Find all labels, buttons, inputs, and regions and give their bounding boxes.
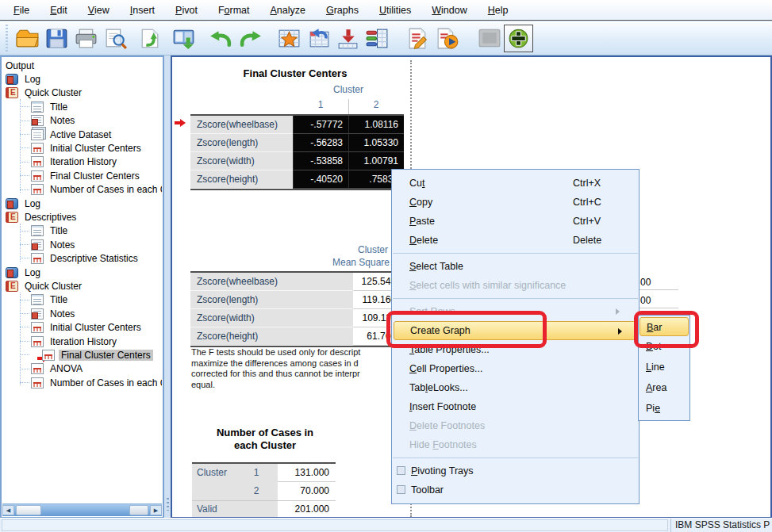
row-label[interactable]: Zscore(wheelbase) bbox=[190, 116, 293, 134]
checkbox-icon[interactable] bbox=[397, 485, 405, 494]
tree-item-number-of-cases-in-each-c[interactable]: Number of Cases in each C bbox=[2, 376, 162, 389]
selected-data-cell[interactable]: 1.08116 bbox=[348, 116, 404, 134]
scrollbar-thumb[interactable] bbox=[16, 505, 41, 515]
context-menu-item-create-graph[interactable]: Create Graph bbox=[394, 321, 637, 340]
submenu-item-area[interactable]: Area bbox=[639, 377, 689, 398]
row-sub-label[interactable]: 2 bbox=[230, 482, 278, 500]
column-header-2[interactable]: 2 bbox=[348, 99, 404, 110]
column-group-header[interactable]: Cluster bbox=[293, 84, 404, 95]
tree-item-log[interactable]: Log bbox=[2, 266, 162, 279]
context-menu-item-sort-rows[interactable]: Sort Rows bbox=[392, 302, 639, 321]
submenu-item-pie[interactable]: Pie bbox=[639, 398, 689, 419]
goto-data-icon[interactable] bbox=[304, 25, 333, 52]
context-menu-item-select-cells-with-similar-significance[interactable]: Select cells with similar significance bbox=[392, 276, 639, 295]
context-menu-item-cell-properties[interactable]: Cell Properties... bbox=[392, 359, 639, 378]
row-label[interactable] bbox=[192, 482, 230, 500]
context-menu-item-table-properties[interactable]: Table Properties... bbox=[392, 340, 639, 359]
edit-outline-icon[interactable] bbox=[403, 25, 432, 52]
tree-item-title[interactable]: Title bbox=[2, 224, 162, 238]
checkbox-icon[interactable] bbox=[397, 466, 405, 475]
row-label[interactable]: Zscore(width) bbox=[190, 152, 293, 170]
star-table-icon[interactable] bbox=[275, 25, 304, 52]
designated-output-icon[interactable] bbox=[169, 25, 198, 52]
menu-analyze[interactable]: Analyze bbox=[259, 0, 315, 20]
scrollbar-thumb-secondary[interactable] bbox=[129, 505, 148, 515]
scroll-left-arrow-icon[interactable] bbox=[2, 505, 14, 515]
menu-pivot[interactable]: Pivot bbox=[165, 0, 208, 20]
row-label[interactable]: Zscore(height) bbox=[190, 327, 353, 346]
menu-window[interactable]: Window bbox=[421, 0, 477, 20]
context-menu-item-delete-footnotes[interactable]: Delete Footnotes bbox=[392, 416, 639, 435]
open-folder-icon[interactable] bbox=[13, 25, 42, 52]
value-cell[interactable]: 201.000 bbox=[278, 500, 336, 519]
menu-view[interactable]: View bbox=[78, 0, 120, 20]
tree-item-final-cluster-centers[interactable]: Final Cluster Centers bbox=[2, 348, 162, 362]
undo-icon[interactable] bbox=[206, 25, 236, 52]
row-label[interactable]: Zscore(length) bbox=[190, 134, 293, 152]
pane-splitter[interactable] bbox=[164, 55, 171, 519]
save-icon[interactable] bbox=[42, 25, 71, 52]
selected-data-cell[interactable]: -.56283 bbox=[293, 134, 348, 152]
tree-item-title[interactable]: Title bbox=[2, 100, 162, 113]
value-cell[interactable]: 131.000 bbox=[278, 464, 336, 482]
redo-icon[interactable] bbox=[236, 25, 265, 52]
context-menu-item-select-table[interactable]: Select Table bbox=[392, 257, 639, 276]
variables-icon[interactable] bbox=[363, 25, 392, 52]
row-label[interactable]: Valid bbox=[192, 500, 278, 519]
selected-data-cell[interactable]: 1.05330 bbox=[348, 134, 404, 152]
context-menu-item-toolbar[interactable]: Toolbar bbox=[392, 480, 639, 499]
tree-item-log[interactable]: Log bbox=[2, 72, 162, 86]
submenu-item-line[interactable]: Line bbox=[639, 357, 689, 377]
menu-help[interactable]: Help bbox=[478, 0, 519, 20]
mean-square-header[interactable]: Mean Square bbox=[321, 257, 401, 268]
tree-item-initial-cluster-centers[interactable]: Initial Cluster Centers bbox=[2, 141, 162, 155]
selected-data-cell[interactable]: -.40520 bbox=[293, 170, 348, 189]
tree-item-final-cluster-centers[interactable]: Final Cluster Centers bbox=[2, 169, 162, 182]
value-cell[interactable]: 70.000 bbox=[278, 482, 336, 500]
goto-case-icon[interactable] bbox=[333, 25, 363, 52]
print-preview-icon[interactable] bbox=[101, 25, 130, 52]
tree-item-log[interactable]: Log bbox=[2, 197, 162, 210]
row-label[interactable]: Zscore(width) bbox=[190, 309, 353, 327]
selected-data-cell[interactable]: 1.00791 bbox=[348, 152, 404, 170]
row-label[interactable]: Zscore(wheelbase) bbox=[190, 273, 353, 291]
menu-utilities[interactable]: Utilities bbox=[369, 0, 421, 20]
context-menu-item-cut[interactable]: CutCtrl+X bbox=[392, 174, 639, 193]
tree-item-notes[interactable]: Notes bbox=[2, 238, 162, 251]
context-menu-item-paste[interactable]: PasteCtrl+V bbox=[392, 212, 639, 231]
tree-item-number-of-cases-in-each-c[interactable]: Number of Cases in each C bbox=[2, 183, 162, 197]
disabled-tool-icon[interactable] bbox=[474, 25, 504, 52]
final-cluster-centers-title[interactable]: Final Cluster Centers bbox=[196, 67, 394, 80]
submenu-item-dot[interactable]: Dot bbox=[639, 336, 689, 357]
tree-item-title[interactable]: Title bbox=[2, 293, 162, 307]
row-label[interactable]: Zscore(length) bbox=[190, 291, 353, 309]
tree-item-output[interactable]: Output bbox=[2, 59, 162, 72]
menu-format[interactable]: Format bbox=[208, 0, 260, 20]
column-header-1[interactable]: 1 bbox=[293, 99, 348, 110]
cases-table-title[interactable]: Number of Cases in each Cluster bbox=[192, 427, 338, 452]
show-all-icon[interactable] bbox=[504, 25, 533, 52]
context-menu-item-copy[interactable]: CopyCtrl+C bbox=[392, 193, 639, 212]
context-menu-item-tablelooks[interactable]: TableLooks... bbox=[392, 378, 639, 397]
recall-dialogs-icon[interactable] bbox=[135, 25, 164, 52]
submenu-item-bar[interactable]: Bar bbox=[639, 317, 689, 336]
tree-item-quick-cluster[interactable]: Quick Cluster bbox=[2, 279, 162, 293]
menu-edit[interactable]: Edit bbox=[40, 0, 78, 20]
tree-item-iteration-history[interactable]: Iteration History bbox=[2, 335, 162, 348]
tree-item-notes[interactable]: Notes bbox=[2, 114, 162, 128]
run-script-icon[interactable] bbox=[432, 25, 462, 52]
sidebar-horizontal-scrollbar[interactable] bbox=[2, 503, 162, 516]
context-menu-item-delete[interactable]: DeleteDelete bbox=[392, 231, 639, 250]
print-icon[interactable] bbox=[71, 25, 101, 52]
menu-file[interactable]: File bbox=[3, 0, 40, 20]
tree-item-iteration-history[interactable]: Iteration History bbox=[2, 155, 162, 169]
tree-item-quick-cluster[interactable]: Quick Cluster bbox=[2, 86, 162, 100]
tree-item-notes[interactable]: Notes bbox=[2, 307, 162, 320]
selected-data-cell[interactable]: -.53858 bbox=[293, 152, 348, 170]
selected-data-cell[interactable]: -.57772 bbox=[293, 116, 348, 134]
context-menu-item-hide-footnotes[interactable]: Hide Footnotes bbox=[392, 435, 639, 454]
row-label[interactable]: Cluster bbox=[192, 464, 230, 482]
tree-item-anova[interactable]: ANOVA bbox=[2, 362, 162, 376]
row-sub-label[interactable]: 1 bbox=[230, 464, 278, 482]
tree-item-descriptives[interactable]: Descriptives bbox=[2, 210, 162, 224]
